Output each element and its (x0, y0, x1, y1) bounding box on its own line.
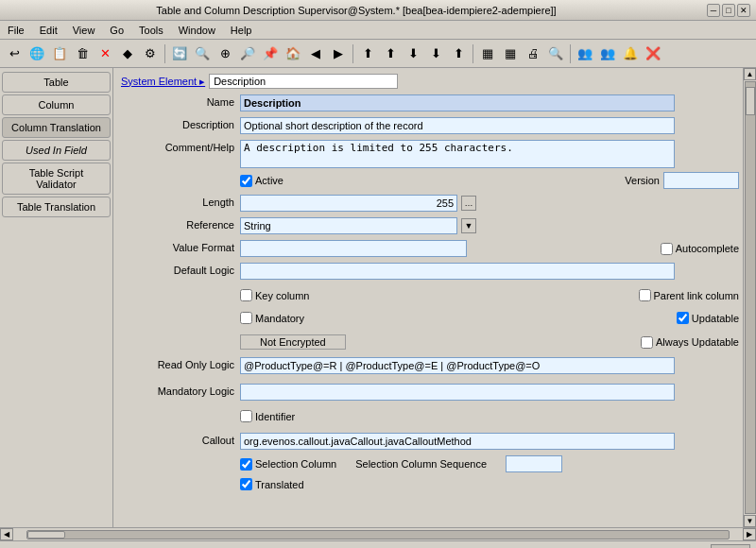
scroll-left-btn[interactable]: ◀ (0, 528, 13, 540)
reference-dropdown-btn[interactable]: ▼ (461, 218, 476, 233)
translated-checkbox-label[interactable]: Translated (240, 478, 304, 490)
minimize-button[interactable]: ─ (707, 4, 720, 17)
menu-tools[interactable]: Tools (135, 24, 167, 37)
parent-link-checkbox[interactable] (639, 289, 651, 301)
description-input[interactable] (240, 117, 675, 134)
back-button[interactable]: ◀ (305, 43, 326, 64)
sidebar-item-column-translation[interactable]: Column Translation (2, 117, 111, 138)
menu-window[interactable]: Window (175, 24, 219, 37)
menu-go[interactable]: Go (106, 24, 128, 37)
updatable-checkbox[interactable] (677, 312, 689, 324)
print-button[interactable]: 🖨 (523, 43, 543, 64)
mandatory-checkbox[interactable] (240, 312, 252, 324)
description-row: Description (117, 117, 739, 136)
sys-element-link[interactable]: System Element ▸ (121, 76, 205, 88)
identifier-checkbox[interactable] (240, 410, 252, 422)
parent-link-checkbox-label[interactable]: Parent link column (639, 289, 740, 301)
menu-file[interactable]: File (4, 24, 28, 37)
sidebar-item-table-script-validator[interactable]: Table Script Validator (2, 163, 111, 195)
cancel-button[interactable]: ✕ (94, 43, 115, 64)
value-format-input[interactable] (240, 240, 467, 257)
callout-input[interactable] (240, 433, 675, 450)
key-column-checkbox[interactable] (240, 289, 252, 301)
export-button[interactable]: ⬆ (448, 43, 469, 64)
not-encrypted-button[interactable]: Not Encrypted (240, 334, 346, 350)
identifier-checkbox-label[interactable]: Identifier (240, 410, 295, 422)
active-version-field: Active Version (240, 172, 739, 189)
refresh-button[interactable]: 🔄 (169, 43, 190, 64)
reference-input[interactable] (240, 217, 457, 234)
toolbar-sep-1 (164, 44, 165, 63)
search-button[interactable]: 🔍 (192, 43, 213, 64)
autocomplete-checkbox-label[interactable]: Autocomplete (661, 243, 739, 255)
delete-button[interactable]: 🗑 (72, 43, 93, 64)
scroll-v-track[interactable] (745, 81, 756, 514)
default-logic-input[interactable] (240, 263, 675, 280)
read-only-logic-row: Read Only Logic (117, 357, 739, 376)
alert-button[interactable]: 🔔 (620, 43, 641, 64)
default-logic-row: Default Logic (117, 263, 739, 282)
sidebar-item-column[interactable]: Column (2, 94, 111, 115)
sidebar-item-table[interactable]: Table (2, 72, 111, 93)
translated-row: Translated (117, 478, 739, 497)
version-label: Version (625, 175, 660, 186)
key-column-checkbox-label[interactable]: Key column (240, 289, 309, 301)
pin-button[interactable]: 📌 (260, 43, 281, 64)
active-checkbox[interactable] (240, 175, 252, 187)
scroll-up-btn[interactable]: ▲ (744, 68, 756, 80)
info-button[interactable]: 🌐 (26, 43, 47, 64)
close-button[interactable]: ✕ (737, 4, 750, 17)
mandatory-logic-input[interactable] (240, 384, 675, 401)
grid2-button[interactable]: ▦ (500, 43, 521, 64)
comment-help-field: A description is limited to 255 characte… (240, 140, 739, 168)
grid-button[interactable]: ▦ (477, 43, 498, 64)
zoom-button[interactable]: ⊕ (215, 43, 235, 64)
version-input[interactable] (663, 172, 739, 189)
sidebar-item-table-translation[interactable]: Table Translation (2, 197, 111, 217)
read-only-logic-input[interactable] (240, 357, 675, 374)
menu-view[interactable]: View (69, 24, 99, 37)
active-checkbox-label[interactable]: Active (240, 175, 284, 187)
always-updatable-checkbox-label[interactable]: Always Updatable (641, 336, 739, 349)
settings-button[interactable]: ⚙ (140, 43, 161, 64)
h-scroll-track[interactable] (26, 530, 730, 539)
bookmark-button[interactable]: ◆ (117, 43, 138, 64)
length-ellipsis-btn[interactable]: … (461, 196, 476, 211)
length-input[interactable] (240, 195, 457, 212)
comment-help-input[interactable]: A description is limited to 255 characte… (240, 140, 675, 168)
name-input[interactable] (240, 94, 675, 111)
scroll-down-btn[interactable]: ▼ (744, 515, 756, 527)
translated-checkbox[interactable] (240, 478, 252, 490)
up2-button[interactable]: ⬆ (380, 43, 401, 64)
down-button[interactable]: ⬇ (403, 43, 423, 64)
selection-col-seq-input[interactable] (506, 455, 562, 472)
users-button[interactable]: 👥 (575, 43, 595, 64)
menu-help[interactable]: Help (227, 24, 256, 37)
scroll-v-thumb[interactable] (746, 87, 755, 115)
menu-edit[interactable]: Edit (36, 24, 61, 37)
scroll-right-btn[interactable]: ▶ (743, 528, 756, 540)
always-updatable-checkbox[interactable] (641, 336, 653, 349)
translated-field: Translated (240, 478, 739, 490)
sidebar-item-used-in-field[interactable]: Used In Field (2, 140, 111, 161)
copy-button[interactable]: 📋 (49, 43, 70, 64)
mandatory-checkbox-label[interactable]: Mandatory (240, 312, 304, 324)
maximize-button[interactable]: □ (722, 4, 735, 17)
undo-button[interactable]: ↩ (4, 43, 25, 64)
up-button[interactable]: ⬆ (357, 43, 378, 64)
autocomplete-checkbox[interactable] (661, 243, 673, 255)
selection-col-checkbox-label[interactable]: Selection Column (240, 458, 336, 471)
users2-button[interactable]: 👥 (597, 43, 618, 64)
selection-col-checkbox[interactable] (240, 458, 252, 471)
active-version-row: Active Version (117, 172, 739, 191)
down2-button[interactable]: ⬇ (425, 43, 446, 64)
zoom2-button[interactable]: 🔍 (545, 43, 566, 64)
close2-button[interactable]: ❌ (643, 43, 663, 64)
forward-button[interactable]: ▶ (328, 43, 349, 64)
updatable-checkbox-label[interactable]: Updatable (677, 312, 739, 324)
vertical-scrollbar[interactable]: ▲ ▼ (743, 68, 756, 527)
home-button[interactable]: 🏠 (283, 43, 303, 64)
find-button[interactable]: 🔎 (237, 43, 258, 64)
horizontal-scrollbar[interactable]: ◀ ▶ (0, 527, 756, 540)
h-scroll-thumb[interactable] (27, 531, 65, 539)
